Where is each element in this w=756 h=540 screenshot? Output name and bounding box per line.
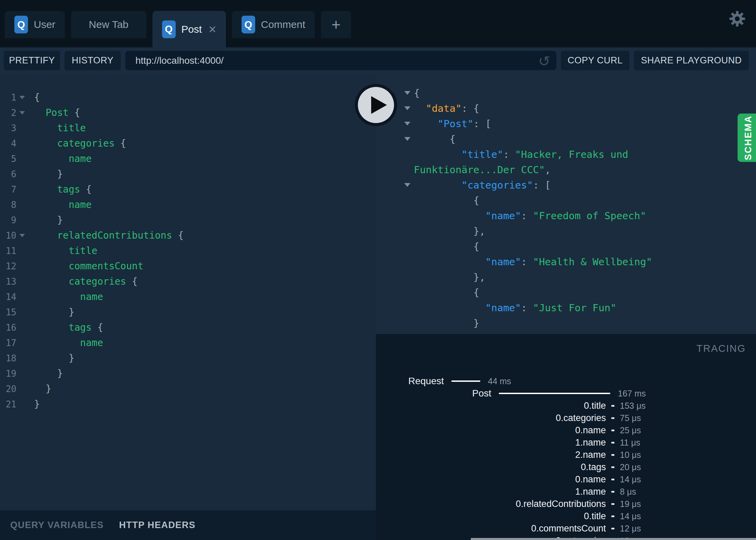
collapse-arrow-icon[interactable] (404, 137, 410, 141)
tracing-title: TRACING (697, 343, 746, 354)
endpoint-url-wrap: ↺ (125, 51, 556, 70)
tracing-dash (611, 515, 614, 517)
collapse-arrow-icon[interactable] (404, 106, 410, 110)
tracing-dash (611, 430, 614, 431)
line-number: 16 (0, 322, 16, 333)
tracing-duration-value: 10 μs (620, 450, 641, 460)
response-line: } (376, 316, 756, 331)
fold-arrow-icon[interactable] (16, 234, 28, 237)
response-line: }, (376, 270, 756, 285)
code-token: } (34, 168, 63, 180)
tab-user[interactable]: QUser (5, 11, 65, 38)
code-token: { (414, 241, 479, 252)
code-token: { (69, 107, 80, 118)
http-headers-tab[interactable]: HTTP HEADERS (119, 520, 195, 530)
query-editor[interactable]: 1{2 Post {3 title4 categories {5 name6 }… (0, 74, 376, 510)
response-code-text: { (414, 193, 700, 208)
response-code-text: { (414, 86, 700, 101)
response-viewer[interactable]: { "data": { "Post": [ { "title": "Hacker… (376, 74, 756, 334)
tab-new-tab[interactable]: New Tab (71, 11, 146, 38)
response-line: { (376, 285, 756, 300)
code-token: } (34, 399, 40, 410)
tab-comment[interactable]: QComment (232, 11, 315, 38)
code-token: { (172, 230, 184, 241)
schema-side-tab-label: SCHEMA (743, 115, 754, 160)
chevron-down-icon (19, 96, 25, 99)
query-code-text: categories { (34, 274, 137, 289)
fold-arrow-icon[interactable] (16, 96, 28, 99)
tracing-dash (611, 466, 614, 468)
code-token: } (34, 352, 74, 364)
tracing-duration-value: 153 μs (620, 401, 646, 411)
line-number: 11 (0, 246, 16, 256)
tracing-duration-bar (451, 380, 480, 382)
tracing-span-label: 0.title (384, 511, 606, 522)
query-code-text: title (34, 120, 86, 136)
tracing-span-label: 1.name (384, 437, 606, 448)
code-token: "name" (414, 210, 521, 222)
prettify-button[interactable]: PRETTIFY (4, 51, 60, 70)
settings-button[interactable] (727, 9, 747, 29)
schema-side-tab[interactable]: SCHEMA (738, 114, 756, 162)
tracing-duration-value: 8 μs (620, 487, 636, 497)
response-code-text: { (414, 132, 700, 147)
code-token: name (34, 337, 103, 348)
reload-endpoint-icon[interactable]: ↺ (538, 51, 550, 71)
code-token: : (521, 256, 533, 268)
endpoint-url-input[interactable] (125, 51, 556, 70)
tracing-dash (611, 454, 614, 456)
code-token: "data" (414, 103, 462, 114)
editor-line: 9 } (0, 212, 376, 228)
tab-post[interactable]: QPost× (152, 11, 226, 47)
collapse-arrow-icon[interactable] (404, 122, 410, 125)
add-tab-button[interactable]: + (321, 11, 351, 38)
editor-line: 12 commentsCount (0, 258, 376, 274)
editor-line: 8 name (0, 197, 376, 212)
editor-line: 15 } (0, 304, 376, 320)
query-code-text: name (34, 197, 92, 212)
tracing-row: 0.name25 μs (384, 424, 756, 436)
query-code-text: categories { (34, 136, 126, 151)
code-token: categories (34, 276, 126, 287)
collapse-arrow-icon[interactable] (404, 91, 410, 95)
graphql-playground-window: { "colors": { "accent_green": "#27ae60",… (0, 0, 756, 540)
code-token: }, (414, 271, 485, 283)
tracing-span-label: Request (384, 376, 444, 387)
code-token: "name" (414, 256, 521, 268)
editor-line: 14 name (0, 289, 376, 304)
tracing-row: 0.relatedContributions19 μs (384, 498, 756, 510)
editor-line: 18 } (0, 350, 376, 366)
response-code-text: "data": { (414, 101, 700, 116)
history-button[interactable]: HISTORY (64, 51, 121, 70)
tabs-container: QUserNew TabQPost×QComment+ (5, 11, 351, 47)
share-playground-button[interactable]: SHARE PLAYGROUND (634, 51, 749, 70)
response-code-text: "categories": [ (414, 178, 700, 193)
code-token: "Post" (414, 118, 474, 130)
plus-icon: + (331, 15, 340, 34)
line-number: 19 (0, 369, 16, 379)
response-line: "title": "Hacker, Freaks und Funktionäre… (376, 147, 756, 178)
tracing-duration-value: 14 μs (620, 511, 641, 521)
query-variables-tab[interactable]: QUERY VARIABLES (10, 520, 104, 530)
response-lines: { "data": { "Post": [ { "title": "Hacker… (376, 86, 756, 334)
editor-line: 20 } (0, 381, 376, 396)
collapse-arrow-icon[interactable] (404, 183, 410, 187)
close-tab-icon[interactable]: × (209, 23, 216, 36)
code-token: "title" (414, 149, 503, 160)
response-line: }, (376, 224, 756, 239)
line-number: 13 (0, 276, 16, 287)
code-token: } (34, 383, 52, 394)
code-token: "categories" (414, 179, 533, 191)
editor-line: 2 Post { (0, 105, 376, 120)
response-code-text: "name": "Just For Fun" (414, 300, 700, 316)
execute-query-button[interactable] (355, 84, 397, 126)
copy-curl-button[interactable]: COPY CURL (561, 51, 629, 70)
editor-line: 4 categories { (0, 136, 376, 151)
tracing-row: 0.name14 μs (384, 473, 756, 485)
tracing-span-label: 0.categories (384, 413, 606, 423)
fold-arrow-icon[interactable] (16, 111, 28, 115)
response-line: "Post": [ (376, 116, 756, 132)
tracing-row: 1.name11 μs (384, 436, 756, 449)
tracing-duration-value: 75 μs (620, 413, 641, 423)
tracing-span-label: 0.relatedContributions (384, 499, 606, 509)
